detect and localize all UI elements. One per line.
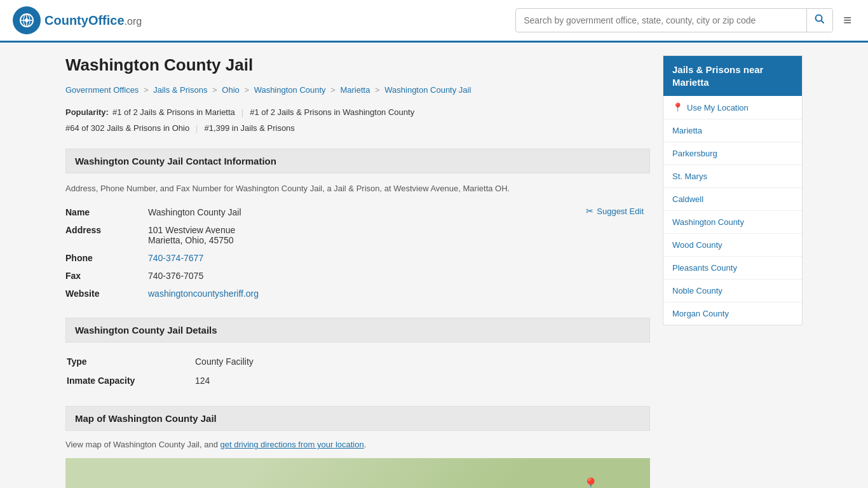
suggest-edit-icon: ✂ <box>586 206 593 216</box>
sidebar-link-st-marys[interactable]: St. Marys <box>663 165 802 187</box>
fax-label: Fax <box>65 267 148 285</box>
breadcrumb-link-jail[interactable]: Washington County Jail <box>384 85 471 95</box>
sidebar-link-caldwell[interactable]: Caldwell <box>663 188 802 210</box>
sidebar-link-noble-county[interactable]: Noble County <box>663 280 802 302</box>
address-label: Address <box>65 221 148 249</box>
details-section: Washington County Jail Details Type Coun… <box>65 318 650 391</box>
table-row: Address 101 Westview Avenue Marietta, Oh… <box>65 221 650 249</box>
sidebar-link-marietta[interactable]: Marietta <box>663 119 802 142</box>
map-desc-text: View map of Washington County Jail, and <box>65 440 220 449</box>
contact-desc: Address, Phone Number, and Fax Number fo… <box>65 182 650 195</box>
name-cell: Washington County Jail ✂ Suggest Edit <box>148 203 650 221</box>
suggest-edit-label: Suggest Edit <box>597 207 644 216</box>
svg-point-5 <box>25 18 29 22</box>
sidebar-list: 📍 Use My Location Marietta Parkersburg S… <box>663 96 802 325</box>
map-desc: View map of Washington County Jail, and … <box>65 440 650 449</box>
popularity-label: Popularity: <box>65 105 109 119</box>
sidebar-link-morgan-county[interactable]: Morgan County <box>663 302 802 325</box>
contact-table: Name Washington County Jail ✂ Suggest Ed… <box>65 203 650 302</box>
list-item: Parkersburg <box>663 142 802 165</box>
pop-stat-2: #1 of 2 Jails & Prisons in Washington Co… <box>250 105 414 119</box>
pin-icon: 📍 <box>672 102 683 112</box>
name-value: Washington County Jail <box>148 207 241 217</box>
map-section-header: Map of Washington County Jail <box>65 406 650 431</box>
sidebar-link-pleasants-county[interactable]: Pleasants County <box>663 257 802 279</box>
list-item: Pleasants County <box>663 257 802 280</box>
table-row: Name Washington County Jail ✂ Suggest Ed… <box>65 203 650 221</box>
list-item: St. Marys <box>663 165 802 188</box>
phone-link[interactable]: 740-374-7677 <box>148 253 203 263</box>
list-item: Caldwell <box>663 188 802 211</box>
sidebar: Jails & Prisons near Marietta 📍 Use My L… <box>663 55 803 488</box>
map-section: Map of Washington County Jail View map o… <box>65 406 650 488</box>
driving-directions-link[interactable]: get driving directions from your locatio… <box>220 440 364 449</box>
sidebar-link-washington-county[interactable]: Washington County <box>663 211 802 233</box>
list-item: Wood County <box>663 234 802 257</box>
list-item: Morgan County <box>663 302 802 325</box>
sidebar-link-parkersburg[interactable]: Parkersburg <box>663 142 802 165</box>
list-item: Washington County <box>663 211 802 234</box>
table-row: Fax 740-376-7075 <box>65 267 650 285</box>
type-value: County Facility <box>195 353 649 370</box>
use-my-location-item[interactable]: 📍 Use My Location <box>663 96 802 119</box>
table-row: Inmate Capacity 124 <box>67 372 649 390</box>
sidebar-box: Jails & Prisons near Marietta 📍 Use My L… <box>663 55 803 325</box>
main-container: Washington County Jail Government Office… <box>53 43 815 488</box>
table-row: Type County Facility <box>67 353 649 370</box>
sidebar-link-wood-county[interactable]: Wood County <box>663 234 802 256</box>
search-button[interactable] <box>806 9 832 32</box>
search-bar <box>515 8 833 32</box>
logo-icon <box>13 6 41 34</box>
map-inner: 📍 CLW ▼ <box>65 458 650 488</box>
table-row: Phone 740-374-7677 <box>65 249 650 267</box>
details-section-header: Washington County Jail Details <box>65 318 650 342</box>
capacity-value: 124 <box>195 372 649 390</box>
list-item[interactable]: 📍 Use My Location <box>663 96 802 119</box>
website-link[interactable]: washingtoncountysheriff.org <box>148 288 259 299</box>
svg-point-6 <box>816 15 822 22</box>
suggest-edit-button[interactable]: ✂ Suggest Edit <box>586 206 644 216</box>
address-line1: 101 Westview Avenue <box>148 225 644 235</box>
breadcrumb-link-washington-county[interactable]: Washington County <box>254 85 326 95</box>
popularity-section: Popularity: #1 of 2 Jails & Prisons in M… <box>65 105 650 136</box>
list-item: Marietta <box>663 119 802 142</box>
sidebar-title: Jails & Prisons near Marietta <box>663 56 802 96</box>
pop-stat-1: #1 of 2 Jails & Prisons in Marietta <box>112 105 235 119</box>
website-label: Website <box>65 285 148 302</box>
phone-label: Phone <box>65 249 148 267</box>
breadcrumb: Government Offices > Jails & Prisons > O… <box>65 85 650 95</box>
breadcrumb-link-jails-prisons[interactable]: Jails & Prisons <box>153 85 207 95</box>
pop-stat-3: #64 of 302 Jails & Prisons in Ohio <box>65 121 189 135</box>
website-cell: washingtoncountysheriff.org <box>148 285 650 302</box>
menu-button[interactable]: ≡ <box>839 8 855 32</box>
logo: CountyOffice.org <box>13 6 142 34</box>
site-header: CountyOffice.org ≡ <box>0 0 868 43</box>
logo-text: CountyOffice.org <box>44 13 142 28</box>
use-my-location-label: Use My Location <box>687 103 749 112</box>
capacity-label: Inmate Capacity <box>67 372 194 390</box>
header-right: ≡ <box>515 8 855 32</box>
pop-stat-4: #1,399 in Jails & Prisons <box>205 121 295 135</box>
contact-section: Washington County Jail Contact Informati… <box>65 149 650 303</box>
address-line2: Marietta, Ohio, 45750 <box>148 235 644 245</box>
content-area: Washington County Jail Government Office… <box>65 55 650 488</box>
breadcrumb-link-marietta[interactable]: Marietta <box>340 85 370 95</box>
list-item: Noble County <box>663 280 802 302</box>
breadcrumb-link-ohio[interactable]: Ohio <box>222 85 239 95</box>
breadcrumb-link-gov-offices[interactable]: Government Offices <box>65 85 139 95</box>
address-cell: 101 Westview Avenue Marietta, Ohio, 4575… <box>148 221 650 249</box>
search-input[interactable] <box>516 10 806 30</box>
details-table: Type County Facility Inmate Capacity 124 <box>65 351 650 391</box>
map-location-icon: 📍 <box>582 477 599 488</box>
phone-cell: 740-374-7677 <box>148 249 650 267</box>
map-placeholder[interactable]: 📍 CLW ▼ <box>65 458 650 488</box>
contact-section-header: Washington County Jail Contact Informati… <box>65 149 650 173</box>
table-row: Website washingtoncountysheriff.org <box>65 285 650 302</box>
type-label: Type <box>67 353 194 370</box>
name-label: Name <box>65 203 148 221</box>
page-title: Washington County Jail <box>65 55 650 75</box>
fax-value: 740-376-7075 <box>148 267 650 285</box>
svg-line-7 <box>822 21 824 24</box>
